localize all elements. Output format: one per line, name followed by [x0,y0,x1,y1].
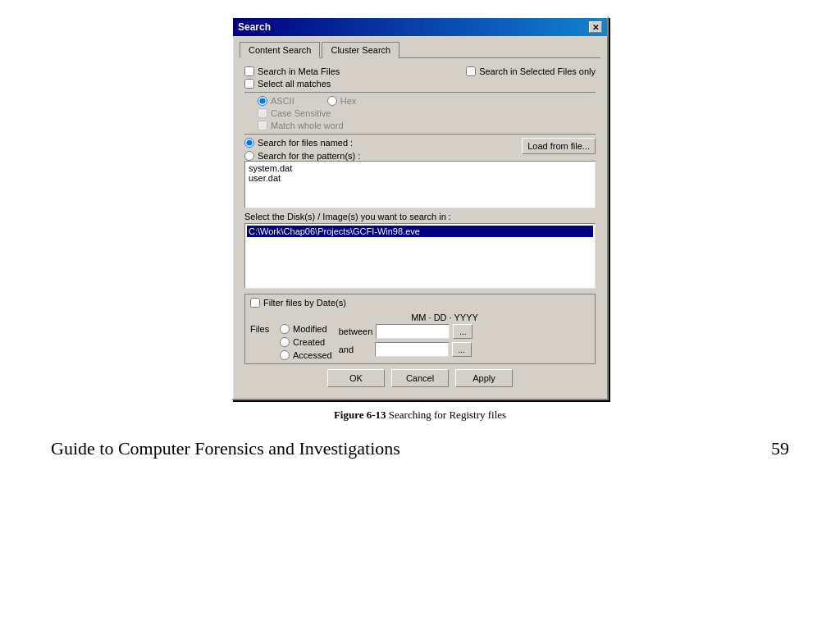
date-between-row: between ... [339,324,473,339]
search-pattern-label[interactable]: Search for the pattern(s) : [244,151,360,161]
list-item: user.dat [247,173,593,183]
date-format-label: MM · DD · YYYY [299,313,590,322]
figure-caption-text: Searching for Registry files [389,409,506,421]
case-sensitive-label[interactable]: Case Sensitive [258,108,331,118]
tab-content-search[interactable]: Content Search [240,42,320,58]
filter-dates-label[interactable]: Filter files by Date(s) [250,298,346,308]
search-files-named-label[interactable]: Search for files named : [244,138,360,148]
case-sensitive-checkbox[interactable] [258,108,267,118]
accessed-radio[interactable] [280,350,290,360]
search-meta-files-label[interactable]: Search in Meta Files [244,66,340,76]
filter-dates-section: Filter files by Date(s) MM · DD · YYYY F… [244,294,596,364]
date-between-picker-btn[interactable]: ... [453,324,472,339]
select-all-matches-checkbox[interactable] [244,79,254,89]
row-select-all: Select all matches [244,79,596,89]
encoding-radio-group: ASCII Hex [258,96,596,106]
search-meta-files-checkbox[interactable] [244,66,254,76]
match-whole-word-label[interactable]: Match whole word [258,121,344,130]
hex-radio-label[interactable]: Hex [327,96,357,106]
search-files-named-radio[interactable] [244,138,254,148]
search-dialog: Search ✕ Content Search Cluster Search [231,16,609,400]
date-and-picker-btn[interactable]: ... [452,342,472,357]
files-label: Files [250,324,270,334]
page-number: 59 [771,438,789,459]
search-type-row: Search for files named : Search for the … [244,138,596,161]
close-button[interactable]: ✕ [589,21,602,33]
date-and-input[interactable] [375,342,449,357]
date-radio-col: Modified Created Accessed [280,324,332,360]
search-pattern-radio[interactable] [244,151,254,161]
date-between-input[interactable] [376,324,450,339]
accessed-radio-label[interactable]: Accessed [280,350,332,360]
page-footer: Guide to Computer Forensics and Investig… [51,438,789,459]
ascii-radio[interactable] [258,96,267,106]
date-input-rows: between ... and ... [339,324,473,357]
divider-2 [244,134,596,135]
modified-radio-label[interactable]: Modified [280,324,332,334]
load-from-file-button[interactable]: Load from file... [522,138,596,154]
disk-section-label: Select the Disk(s) / Image(s) you want t… [244,212,596,221]
modified-radio[interactable] [280,324,290,334]
divider-1 [244,92,596,93]
search-selected-files-checkbox[interactable] [466,66,476,76]
row-case-sensitive: Case Sensitive [258,108,596,118]
select-all-matches-label[interactable]: Select all matches [244,79,331,89]
search-listbox[interactable]: system.dat user.dat [244,161,596,208]
search-selected-files-label[interactable]: Search in Selected Files only [466,66,596,76]
ascii-radio-label[interactable]: ASCII [258,96,294,106]
hex-radio[interactable] [327,96,337,106]
button-row: OK Cancel Apply [244,364,596,390]
figure-caption: Figure 6-13 Searching for Registry files [334,409,506,422]
filter-header: Filter files by Date(s) [250,298,590,308]
created-radio-label[interactable]: Created [280,337,332,347]
tab-bar: Content Search Cluster Search [240,41,600,58]
figure-caption-bold: Figure 6-13 [334,409,386,421]
row-match-whole-word: Match whole word [258,121,596,130]
search-type-options: Search for files named : Search for the … [244,138,360,161]
list-item: system.dat [247,163,593,173]
date-and-row: and ... [339,342,473,357]
page-wrapper: Search ✕ Content Search Cluster Search [0,0,840,630]
book-title: Guide to Computer Forensics and Investig… [51,438,400,459]
ok-button[interactable]: OK [327,369,385,387]
disk-item-selected[interactable]: C:\Work\Chap06\Projects\GCFI-Win98.eve [247,226,593,237]
row-meta-selected: Search in Meta Files Search in Selected … [244,66,596,76]
disk-listbox[interactable]: C:\Work\Chap06\Projects\GCFI-Win98.eve [244,223,596,289]
created-radio[interactable] [280,337,290,347]
tab-cluster-search[interactable]: Cluster Search [322,42,399,58]
apply-button[interactable]: Apply [455,369,513,387]
dialog-content: Content Search Cluster Search Search in … [233,36,607,399]
title-bar: Search ✕ [233,18,607,36]
match-whole-word-checkbox[interactable] [258,121,267,130]
cancel-button[interactable]: Cancel [391,369,449,387]
dialog-title: Search [238,21,271,33]
main-area: Search in Meta Files Search in Selected … [240,63,600,394]
filter-dates-checkbox[interactable] [250,298,260,308]
date-filter-body: Files Modified Created [250,324,590,360]
